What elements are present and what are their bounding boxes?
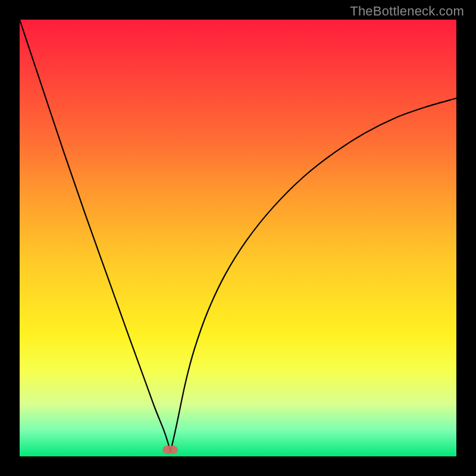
optimum-marker (162, 446, 178, 454)
plot-area (20, 20, 456, 456)
watermark-text: TheBottleneck.com (350, 4, 464, 19)
bottleneck-curve (20, 20, 456, 456)
outer-frame: TheBottleneck.com (0, 0, 476, 476)
